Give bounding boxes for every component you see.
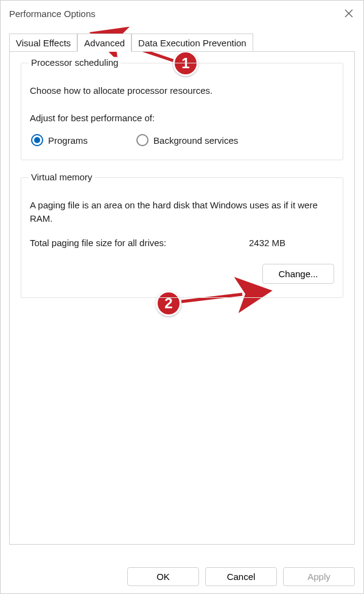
paging-size-label: Total paging file size for all drives: (30, 238, 249, 248)
radio-row: Programs Background services (30, 134, 334, 146)
radio-icon (136, 134, 149, 146)
radio-label: Background services (153, 135, 238, 146)
tab-label: Data Execution Prevention (138, 38, 247, 48)
tab-label: Visual Effects (16, 38, 71, 48)
paging-size-row: Total paging file size for all drives: 2… (30, 238, 334, 248)
close-button[interactable] (335, 1, 362, 26)
button-label: Cancel (227, 571, 256, 582)
tab-label: Advanced (84, 38, 125, 48)
button-label: Change... (278, 269, 318, 279)
processor-desc: Choose how to allocate processor resourc… (30, 84, 334, 97)
titlebar: Performance Options (1, 1, 363, 27)
radio-programs[interactable]: Programs (31, 134, 88, 146)
change-button-row: Change... (30, 264, 334, 284)
radio-label: Programs (48, 135, 88, 146)
virtual-memory-group: Virtual memory A paging file is an area … (21, 177, 343, 298)
processor-scheduling-group: Processor scheduling Choose how to alloc… (21, 63, 343, 160)
tab-panel-advanced: Processor scheduling Choose how to alloc… (9, 51, 355, 545)
tab-dep[interactable]: Data Execution Prevention (131, 34, 253, 51)
change-button[interactable]: Change... (262, 264, 334, 284)
tab-advanced[interactable]: Advanced (77, 34, 131, 52)
ok-button[interactable]: OK (127, 567, 199, 586)
group-title: Virtual memory (29, 172, 95, 182)
radio-background-services[interactable]: Background services (136, 134, 238, 146)
paging-size-value: 2432 MB (249, 238, 285, 248)
dialog-button-row: OK Cancel Apply (1, 561, 363, 593)
group-title: Processor scheduling (29, 57, 121, 68)
tab-strip: Visual Effects Advanced Data Execution P… (9, 34, 355, 51)
cancel-button[interactable]: Cancel (205, 567, 277, 586)
window-title: Performance Options (9, 9, 96, 19)
apply-button[interactable]: Apply (283, 567, 355, 586)
virtual-memory-desc: A paging file is an area on the hard dis… (30, 199, 334, 225)
dialog-content: Visual Effects Advanced Data Execution P… (1, 27, 363, 561)
tab-visual-effects[interactable]: Visual Effects (9, 34, 77, 51)
performance-options-dialog: Performance Options Visual Effects Advan… (0, 0, 364, 594)
adjust-label: Adjust for best performance of: (30, 113, 334, 123)
button-label: OK (156, 571, 170, 582)
button-label: Apply (307, 571, 331, 582)
radio-icon (31, 134, 43, 146)
close-icon (345, 9, 353, 18)
